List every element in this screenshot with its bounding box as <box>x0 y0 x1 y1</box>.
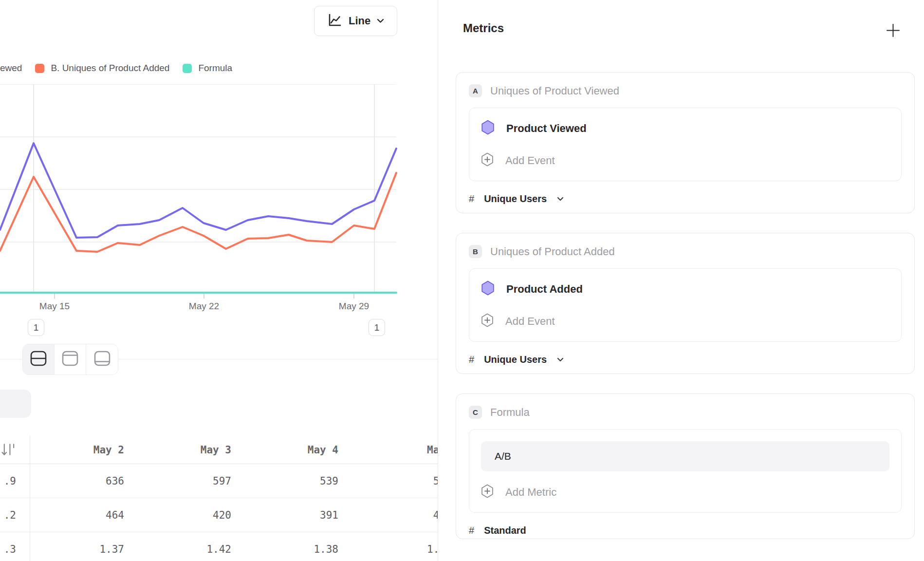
table-cell: 636 <box>30 464 137 498</box>
table-cell: 391 <box>244 498 351 532</box>
chart-type-label: Line <box>349 15 370 27</box>
add-metric-plus-button[interactable] <box>885 22 901 38</box>
metric-title: Uniques of Product Added <box>490 245 615 258</box>
add-event-label: Add Event <box>505 315 555 328</box>
chevron-down-icon <box>557 197 564 201</box>
event-name: Product Added <box>506 283 583 296</box>
hexagon-plus-icon <box>481 484 494 501</box>
formula-box: A/B Add Metric <box>469 429 902 513</box>
line-chart: May 15May 22May 29 <box>0 84 438 313</box>
layout-split-view-button[interactable] <box>23 344 55 374</box>
event-box: Product Viewed Add Event <box>469 108 902 181</box>
x-axis-label: May 15 <box>39 301 70 311</box>
legend-label: Formula <box>198 63 232 74</box>
table-cell: 59 <box>351 464 438 498</box>
measurement-label: Standard <box>484 525 526 536</box>
report-left-pane: Line ewedB. Uniques of Product AddedForm… <box>0 0 438 561</box>
column-header[interactable]: May <box>351 436 438 464</box>
table-cell: 464 <box>30 498 137 532</box>
measurement-dropdown[interactable]: # Unique Users <box>469 193 902 205</box>
hash-icon: # <box>469 193 474 205</box>
metric-title: Formula <box>490 406 530 419</box>
add-event-button[interactable]: Add Event <box>481 313 889 330</box>
add-metric-label: Add Metric <box>505 486 556 499</box>
table-cell: 1.38 <box>244 532 351 561</box>
sort-descending-icon <box>1 443 16 457</box>
metric-card-a: A Uniques of Product Viewed Product View… <box>456 72 915 213</box>
measurement-label: Unique Users <box>484 193 547 205</box>
line-chart-icon <box>327 13 342 30</box>
metric-badge-a: A <box>469 84 482 97</box>
legend-label: B. Uniques of Product Added <box>51 63 169 74</box>
layout-chart-view-button[interactable] <box>55 344 86 374</box>
event-box: Product Added Add Event <box>469 268 902 342</box>
metrics-panel-title: Metrics <box>463 21 504 35</box>
column-header[interactable]: May 4 <box>244 436 351 464</box>
add-metric-button[interactable]: Add Metric <box>481 484 889 501</box>
x-axis-label: May 22 <box>189 301 219 311</box>
column-sort-header[interactable] <box>0 436 30 464</box>
measurement-dropdown[interactable]: # Standard <box>469 525 902 536</box>
plus-icon <box>886 23 901 38</box>
chevron-down-icon <box>377 17 384 25</box>
measurement-label: Unique Users <box>484 354 547 365</box>
metrics-panel: Metrics A Uniques of Product Viewed Prod… <box>438 0 924 561</box>
series-line <box>0 143 396 238</box>
legend-item[interactable]: Formula <box>183 63 232 74</box>
legend-item[interactable]: ewed <box>0 63 22 74</box>
x-axis-label: May 29 <box>339 301 369 311</box>
hexagon-plus-icon <box>481 313 494 330</box>
breakdown-table: May 2May 3May 4May.963659753959.24644203… <box>0 436 438 561</box>
event-name: Product Viewed <box>506 122 587 135</box>
add-event-label: Add Event <box>505 154 555 167</box>
table-cell: 1.42 <box>137 532 244 561</box>
split-view-icon <box>30 351 47 368</box>
event-hexagon-icon <box>481 120 495 137</box>
chart-view-icon <box>62 351 78 368</box>
table-cell: .2 <box>0 498 30 532</box>
table-cell: 46 <box>351 498 438 532</box>
table-view-icon <box>94 351 111 368</box>
legend-label: ewed <box>0 63 22 74</box>
metric-title: Uniques of Product Viewed <box>490 85 619 97</box>
table-toolbar-chip[interactable] <box>0 390 31 418</box>
table-cell: 539 <box>244 464 351 498</box>
chart-legend: ewedB. Uniques of Product AddedFormula <box>0 60 360 76</box>
legend-swatch <box>35 64 44 73</box>
add-event-button[interactable]: Add Event <box>481 152 889 169</box>
table-cell: 597 <box>137 464 244 498</box>
series-line <box>0 173 396 252</box>
legend-item[interactable]: B. Uniques of Product Added <box>35 63 169 74</box>
event-row-product-viewed[interactable]: Product Viewed <box>481 120 889 137</box>
table-cell: 1.2 <box>351 532 438 561</box>
hash-icon: # <box>469 354 474 365</box>
annotation-badge[interactable]: 1 <box>369 319 385 336</box>
layout-table-view-button[interactable] <box>86 344 118 374</box>
chart-type-dropdown[interactable]: Line <box>314 6 397 36</box>
table-cell: 420 <box>137 498 244 532</box>
metric-badge-b: B <box>469 245 482 258</box>
table-cell: .9 <box>0 464 30 498</box>
metric-card-b: B Uniques of Product Added Product Added <box>456 233 915 374</box>
hexagon-plus-icon <box>481 152 494 169</box>
hash-icon: # <box>469 525 474 536</box>
legend-swatch <box>183 64 192 73</box>
event-hexagon-icon <box>481 280 495 298</box>
chevron-down-icon <box>557 357 564 362</box>
table-cell: 1.37 <box>30 532 137 561</box>
annotation-badge[interactable]: 1 <box>28 319 44 336</box>
metric-badge-c: C <box>469 406 482 419</box>
table-cell: .3 <box>0 532 30 561</box>
formula-input[interactable]: A/B <box>481 441 889 471</box>
measurement-dropdown[interactable]: # Unique Users <box>469 354 902 365</box>
column-header[interactable]: May 3 <box>137 436 244 464</box>
layout-toggle-group <box>22 344 118 375</box>
column-header[interactable]: May 2 <box>30 436 137 464</box>
event-row-product-added[interactable]: Product Added <box>481 280 889 298</box>
metric-card-c: C Formula A/B Add Metric # Standard <box>456 393 915 539</box>
